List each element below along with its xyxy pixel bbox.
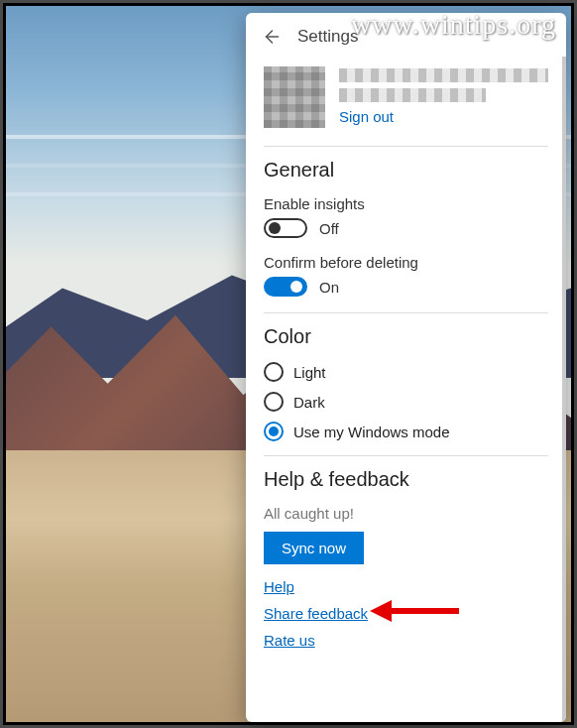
confirm-delete-toggle[interactable] xyxy=(264,277,307,297)
radio-label: Dark xyxy=(293,394,325,411)
color-option-windows[interactable]: Use my Windows mode xyxy=(264,422,548,441)
share-feedback-link[interactable]: Share feedback xyxy=(264,605,548,622)
confirm-delete-label: Confirm before deleting xyxy=(264,254,548,271)
radio-label: Light xyxy=(293,364,326,381)
rate-us-link[interactable]: Rate us xyxy=(264,632,548,649)
avatar xyxy=(264,66,325,128)
divider xyxy=(264,455,548,456)
back-icon[interactable] xyxy=(262,28,280,46)
divider xyxy=(264,146,548,147)
scrollbar[interactable] xyxy=(562,57,566,722)
sync-status: All caught up! xyxy=(264,505,548,522)
enable-insights-label: Enable insights xyxy=(264,195,548,212)
section-heading-general: General xyxy=(264,159,548,182)
enable-insights-toggle[interactable] xyxy=(264,218,307,238)
radio-label: Use my Windows mode xyxy=(293,424,450,440)
account-section: Sign out xyxy=(264,62,548,142)
settings-panel: Settings Sign out General Enable insight… xyxy=(246,13,566,722)
section-heading-color: Color xyxy=(264,325,548,348)
color-option-dark[interactable]: Dark xyxy=(264,392,548,412)
confirm-delete-state: On xyxy=(319,279,339,296)
account-name xyxy=(339,68,548,82)
sign-out-link[interactable]: Sign out xyxy=(339,108,394,125)
help-link[interactable]: Help xyxy=(264,578,548,595)
color-option-light[interactable]: Light xyxy=(264,362,548,382)
radio-icon xyxy=(264,392,284,412)
account-email xyxy=(339,88,486,102)
section-heading-help: Help & feedback xyxy=(264,468,548,491)
radio-icon xyxy=(264,362,284,382)
enable-insights-state: Off xyxy=(319,220,339,237)
radio-icon xyxy=(264,422,284,441)
divider xyxy=(264,312,548,313)
page-title: Settings xyxy=(297,27,358,47)
panel-header: Settings xyxy=(246,13,566,57)
sync-now-button[interactable]: Sync now xyxy=(264,532,364,564)
